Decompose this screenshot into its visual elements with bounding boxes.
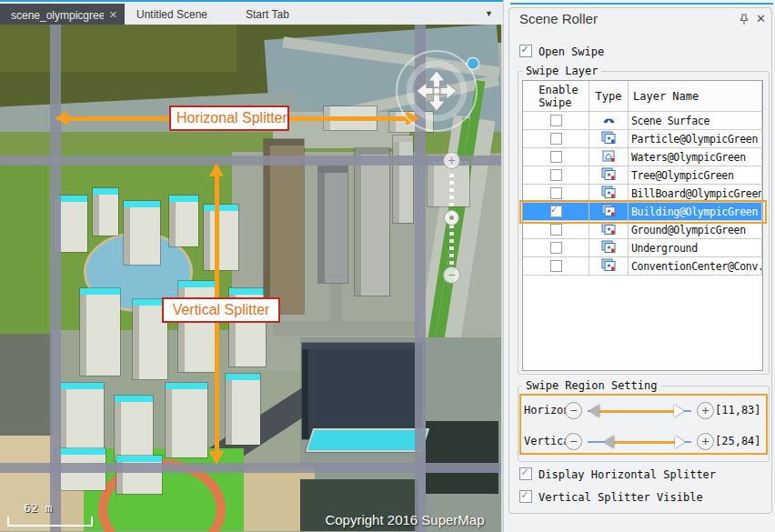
pan-up-arrow-icon [428,71,445,87]
display-horizontal-splitter-label: Display Horizontal Splitter [538,468,716,481]
swipe-layer-table[interactable]: EnableSwipeTypeLayer NameScene SurfacePa… [522,80,763,371]
zoom-out-button[interactable]: − [443,266,460,284]
layer-name: BillBoard@OlympicGreen [629,185,762,203]
horizontal-range-slider: Horizont − + [11,83] [521,401,766,421]
arrow-left-head-icon [55,111,68,125]
pan-down-arrow-icon [428,95,445,111]
layer-name: Ground@OlympicGreen [629,221,762,239]
enable-swipe-checkbox[interactable] [550,242,562,254]
scene-roller-panel: Scene Roller ✕ ✓ Open Swipe Swipe Layer … [503,0,775,532]
horizontal-splitter-bar-bottom[interactable] [0,463,501,473]
layer-row[interactable]: Scene Surface [523,112,762,130]
document-tab-bar: scene_olympicgreen ✕ Untitled Scene Star… [0,0,503,25]
layer-row[interactable]: Particle@OlympicGreen [523,130,762,148]
dataset-layer-icon [601,258,616,275]
dataset-layer-icon [601,204,616,220]
scene-surface-icon [601,113,617,128]
tab-scene-olympicgreen[interactable]: scene_olympicgreen ✕ [0,4,125,26]
enable-swipe-checkbox[interactable] [550,169,562,181]
table-header-row: EnableSwipeTypeLayer Name [523,81,762,112]
range-low-handle[interactable] [589,405,599,417]
vertical-splitter-visible-checkbox[interactable]: ✓ [519,490,532,503]
slider-value: [25,84] [715,435,761,447]
swipe-region-sliders: Horizont − + [11,83] Vertical − + [519,394,768,455]
increase-button[interactable]: + [697,433,714,450]
enable-swipe-checkbox[interactable] [550,224,562,236]
layer-name: Scene Surface [629,112,762,130]
scale-bar-label: 62 m [24,501,52,515]
region-layer-icon [601,149,616,166]
layer-row[interactable]: ConventionCenter@Conv... [523,257,762,276]
layer-row[interactable]: Ground@OlympicGreen [523,221,762,239]
pan-left-arrow-icon [417,83,433,99]
particle-layer-icon [601,131,616,147]
slider-track[interactable] [588,401,691,421]
pin-icon[interactable] [738,13,750,25]
tab-close-icon[interactable]: ✕ [109,9,117,21]
layer-row[interactable]: Underground [523,239,762,257]
layer-name: Particle@OlympicGreen [629,130,762,148]
layer-row[interactable]: Tree@OlympicGreen [523,166,762,185]
increase-button[interactable]: + [697,402,714,419]
pan-right-arrow-icon [440,83,457,99]
zoom-slider[interactable]: + − [438,150,464,286]
column-header: EnableSwipe [523,81,589,112]
range-high-handle[interactable] [675,436,685,448]
range-low-handle[interactable] [604,436,614,448]
panel-accent-line [510,3,773,5]
panel-close-icon[interactable]: ✕ [756,12,766,25]
vertical-splitter-visible-label: Vertical Splitter Visible [538,491,703,504]
tab-label: scene_olympicgreen [11,9,104,22]
layer-name: Building@OlympicGreen [629,203,762,221]
dataset-layer-icon [601,167,616,184]
column-header: Layer Name [629,81,762,112]
tab-start[interactable]: Start Tab [237,4,298,26]
enable-swipe-checkbox[interactable] [550,187,562,199]
scene-viewport[interactable]: Horizonal Splitter Vertical Splitter [0,25,501,532]
display-horizontal-splitter-checkbox[interactable]: ✓ [519,467,532,480]
vertical-splitter-bar-left[interactable] [50,25,61,532]
scale-bar [7,517,93,527]
enable-swipe-checkbox[interactable]: ✓ [550,206,562,217]
swipe-layer-group-title: Swipe Layer [522,65,601,77]
slider-track[interactable] [588,432,691,452]
dataset-layer-icon [601,222,616,238]
layer-name: Underground [629,239,762,257]
swipe-region-group-title: Swipe Region Setting [522,379,661,392]
horizontal-splitter-bar-top[interactable] [0,156,501,166]
zoom-slider-handle[interactable] [444,210,459,226]
open-swipe-checkbox[interactable]: ✓ [519,45,532,57]
zoom-in-button[interactable]: + [443,152,460,169]
tab-label: Start Tab [246,8,289,21]
layer-name: Tree@OlympicGreen [629,166,762,185]
vertical-splitter-annotation: Vertical Splitter [162,297,280,323]
enable-swipe-checkbox[interactable] [550,151,562,163]
enable-swipe-checkbox[interactable] [550,115,562,126]
open-swipe-label: Open Swipe [538,45,604,58]
tab-list-dropdown-icon[interactable]: ▼ [485,9,493,18]
dataset-layer-icon [601,186,616,202]
tab-label: Untitled Scene [136,8,207,21]
layer-name: Waters@OlympicGreen [629,148,762,166]
layer-name: ConventionCenter@Conv... [629,257,762,276]
vertical-range-slider: Vertical − + [25,84] [521,432,766,452]
enable-swipe-checkbox[interactable] [550,260,562,272]
slider-value: [11,83] [715,404,761,417]
layer-row[interactable]: BillBoard@OlympicGreen [523,185,762,203]
layer-row[interactable]: Waters@OlympicGreen [523,148,762,166]
decrease-button[interactable]: − [565,433,582,450]
horizontal-splitter-annotation: Horizonal Splitter [169,105,289,131]
range-high-handle[interactable] [674,405,684,417]
panel-title: Scene Roller [519,11,598,26]
decrease-button[interactable]: − [565,402,582,419]
copyright-text: Copyright 2016 SuperMap [300,512,501,527]
enable-swipe-checkbox[interactable] [550,133,562,145]
tab-untitled-scene[interactable]: Untitled Scene [127,4,216,26]
arrow-down-head-icon [209,451,224,465]
dataset-layer-icon [601,240,616,256]
layer-row[interactable]: ✓Building@OlympicGreen [523,203,762,221]
navigation-compass-widget[interactable] [391,45,482,136]
application-window: scene_olympicgreen ✕ Untitled Scene Star… [0,0,775,532]
arrow-up-head-icon [209,163,224,176]
column-header: Type [589,81,629,112]
